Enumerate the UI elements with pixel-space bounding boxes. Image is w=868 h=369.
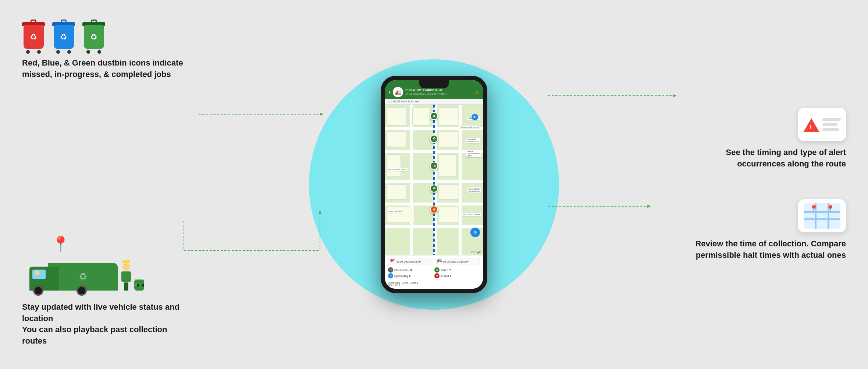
map-block-7 — [439, 154, 456, 177]
dustbin-text-line1: Red, Blue, & Green dustbin icons indicat… — [22, 57, 184, 69]
small-bin: ♻ — [135, 280, 144, 291]
back-button[interactable]: ‹ — [389, 89, 391, 95]
phone-notch — [419, 80, 449, 88]
vehicle-title: Eicher SM 11-0003 Fuel — [405, 88, 472, 92]
dustbin-description: Red, Blue, & Green dustbin icons indicat… — [22, 57, 199, 80]
missed-stat: ♻ missed 2 — [434, 273, 480, 278]
checkpoint-2: ♻ — [430, 135, 438, 143]
alert-line-1 — [822, 118, 841, 121]
map-description: Review the time of collection. Compare p… — [695, 238, 846, 261]
clock-icon: 🕐 — [388, 100, 392, 103]
checkpoint-icon: ⬡ — [388, 267, 393, 273]
right-section: ! See the timing and type of alert occur… — [669, 0, 846, 369]
map-label-chara: Chara DighJame Mash — [467, 187, 481, 193]
start-time-block: 🚩 09-08-2023 09:30 AM — [388, 258, 433, 265]
map-block-11 — [439, 207, 458, 222]
map-label-salaoddi: SalaoddiInvestments — [466, 138, 480, 143]
zone-text: Zone East - Zone - Zone 1 — [388, 281, 480, 284]
svg-marker-9 — [647, 205, 651, 208]
map-block-9 — [439, 184, 458, 200]
phone-screen: ‹ 🚛 Eicher SM 11-0003 Fuel 14-11-2022.03… — [385, 80, 483, 289]
map-comparison-icon-box: 📍 📍 — [798, 199, 846, 232]
distance-bar: 🕐 00:31 hrs • 8.81 km — [385, 99, 483, 105]
main-container: ♻ ♻ — [0, 0, 868, 369]
start-flag-icon: 🚩 — [390, 259, 395, 264]
alert-feature: ! See the timing and type of alert occur… — [669, 108, 846, 170]
map-road-h2 — [804, 218, 840, 220]
map-area[interactable]: Sajon Laut Temporarily closed SalaoddiIn… — [385, 105, 483, 255]
google-logo: Google — [471, 250, 481, 254]
alert-icon-box: ! — [798, 108, 846, 141]
phone-mockup: ‹ 🚛 Eicher SM 11-0003 Fuel 14-11-2022.03… — [381, 76, 487, 293]
alert-box-content: ! — [800, 113, 844, 136]
action-button[interactable]: ⊕ — [470, 228, 480, 237]
green-dustbin: ♻ — [82, 22, 105, 54]
missed-icon: ♻ — [434, 273, 440, 278]
map-text-line2: permissible halt times with actual ones — [695, 250, 846, 261]
visited-stat: ♻ Visited 7 — [434, 267, 480, 273]
map-text-line1: Review the time of collection. Compare — [695, 238, 846, 250]
header-info: Eicher SM 11-0003 Fuel 14-11-2022.03:31 … — [405, 88, 472, 95]
dustbin-area: ♻ ♻ — [22, 22, 199, 80]
alert-text-line1: See the timing and type of alert — [726, 147, 846, 158]
end-time: 09-08-2023 10:30 AM — [443, 260, 468, 263]
checkpoint-4: ♻ — [430, 184, 438, 193]
map-label-ag: AG Office, Sylhet — [462, 213, 481, 216]
left-section: ♻ ♻ — [22, 0, 199, 369]
map-block-10 — [387, 207, 414, 222]
alert-line-2 — [822, 123, 837, 126]
red-dustbin: ♻ — [22, 22, 45, 54]
map-block-2 — [412, 108, 430, 126]
alert-lines — [822, 118, 841, 131]
mini-map: 📍 📍 — [804, 203, 840, 229]
eye-icon[interactable]: 👁 — [472, 114, 478, 120]
alert-description: See the timing and type of alert occurre… — [726, 147, 846, 170]
vehicle-text-line1: Stay updated with live vehicle status an… — [22, 302, 184, 324]
vehicle-section: 📍 ♻ — [22, 254, 199, 347]
alert-triangle-container: ! — [803, 118, 819, 132]
map-comparison-content: 📍 📍 — [801, 200, 843, 232]
map-block-4 — [387, 132, 406, 147]
map-label-jakwan: JakwanDepartmentalStore — [466, 150, 481, 157]
svg-marker-1 — [320, 113, 324, 116]
vehicle-text-line2: You can also playback past collection ro… — [22, 324, 184, 347]
visited-count: 7 — [449, 269, 451, 271]
vehicle-description: Stay updated with live vehicle status an… — [22, 302, 184, 347]
alert-text-line2: occurrences along the route — [726, 158, 846, 170]
location-pin-large: 📍 — [51, 235, 70, 253]
upcoming-label: Upcomming — [394, 275, 408, 277]
street-v1 — [410, 105, 413, 255]
blue-dustbin: ♻ — [52, 22, 75, 54]
alert-triangle: ! — [803, 118, 819, 132]
end-flag-icon: 🏁 — [437, 259, 442, 264]
checkpoints-stat: ⬡ Checkpoints 10 — [388, 267, 434, 273]
map-comparison-feature: 📍 📍 Review the time of collection. Compa… — [669, 199, 846, 261]
visited-label: Visited — [441, 269, 448, 271]
map-pin-red: 📍 — [826, 204, 835, 213]
map-block-5 — [439, 132, 458, 147]
map-block-8 — [387, 184, 406, 200]
checkpoints-count: 10 — [410, 269, 413, 271]
start-time: 09-08-2023 09:30 AM — [396, 260, 421, 263]
map-label-khan: KHAN HOUSE — [387, 210, 404, 213]
route-line — [433, 105, 435, 255]
map-pin-blue: 📍 — [809, 204, 818, 213]
map-block-3 — [439, 108, 458, 126]
alert-icon[interactable]: ⚠ — [474, 89, 479, 95]
missed-label: missed — [441, 275, 449, 277]
end-time-block: 🏁 09-08-2023 10:30 AM — [435, 258, 480, 265]
map-block-1 — [387, 108, 406, 126]
vehicle-icon: 🚛 — [393, 87, 403, 97]
map-label-abdul: Abdul Muhit Javed — [387, 168, 407, 171]
dustbin-group: ♻ ♻ — [22, 22, 199, 54]
map-label-temp: Temporarily closed — [459, 126, 480, 129]
alert-line-3 — [822, 128, 839, 131]
visited-icon: ♻ — [434, 267, 440, 273]
dustbin-text-line2: missed, in-progress, & completed jobs — [22, 69, 184, 80]
time-range-row: 🚩 09-08-2023 09:30 AM 🏁 09-08-2023 10:30… — [388, 258, 480, 265]
missed-count: 2 — [450, 275, 451, 277]
vehicle-subtitle: 14-11-2022.03:31 15:31:59 • mom... — [405, 92, 472, 95]
stats-grid: ⬡ Checkpoints 10 ♻ Visited 7 ♻ Upcomming… — [388, 267, 480, 278]
upcoming-icon: ♻ — [388, 273, 393, 278]
checkpoints-label: Checkpoints — [394, 269, 409, 271]
